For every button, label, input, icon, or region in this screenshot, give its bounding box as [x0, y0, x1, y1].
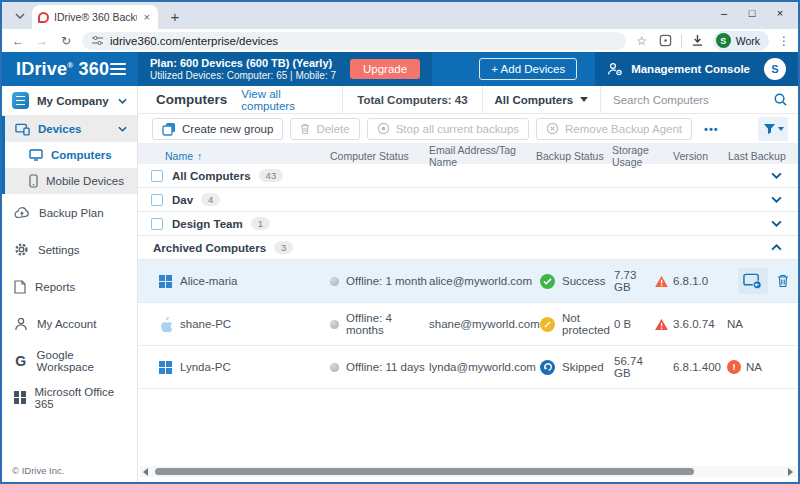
create-new-group-button[interactable]: Create new group	[152, 118, 283, 140]
search-input[interactable]	[613, 94, 767, 106]
profile-avatar: S	[716, 33, 731, 48]
table-header-row: Name↑ Computer Status Email Address/Tag …	[138, 144, 798, 164]
scrollbar-track[interactable]	[151, 467, 785, 476]
scope-dropdown[interactable]: All Computers	[483, 94, 601, 106]
group-row-dav[interactable]: Dav 4	[138, 188, 798, 212]
group-row-all-computers[interactable]: All Computers 43	[138, 164, 798, 188]
group-checkbox[interactable]	[151, 218, 163, 230]
group-checkbox[interactable]	[151, 170, 163, 182]
upgrade-button[interactable]: Upgrade	[350, 59, 420, 79]
extensions-icon[interactable]	[659, 34, 672, 47]
app-header: IDrive® 360 Plan: 600 Devices (600 TB) (…	[2, 52, 798, 86]
group-row-design-team[interactable]: Design Team 1	[138, 212, 798, 236]
address-bar[interactable]: idrive360.com/enterprise/devices	[82, 32, 626, 50]
idrive-logo: IDrive® 360	[16, 59, 109, 80]
refresh-icon[interactable]: ↻	[58, 34, 74, 48]
bookmark-star-icon[interactable]: ☆	[634, 34, 650, 48]
search-icon[interactable]	[773, 92, 788, 107]
tab-search-button[interactable]	[8, 6, 32, 26]
computer-icon	[29, 149, 43, 161]
skipped-status-icon	[540, 360, 555, 375]
logo-area: IDrive® 360	[2, 59, 138, 80]
column-header-computer-status[interactable]: Computer Status	[330, 150, 429, 162]
idrive-favicon-icon	[38, 12, 49, 23]
back-icon[interactable]: ←	[10, 34, 26, 48]
windows-os-icon	[159, 275, 172, 288]
sidebar-item-google-workspace[interactable]: G Google Workspace	[2, 342, 137, 379]
windows-os-icon	[159, 361, 172, 374]
url-text: idrive360.com/enterprise/devices	[110, 35, 278, 47]
scroll-left-arrow-icon[interactable]	[143, 468, 148, 476]
address-bar-row: ← → ↻ idrive360.com/enterprise/devices ☆…	[2, 29, 798, 52]
last-backup-alert-icon	[727, 360, 741, 374]
tab-title: IDrive® 360 Backup Console fo	[54, 11, 137, 23]
chevron-down-icon[interactable]	[771, 220, 782, 227]
devices-icon	[15, 123, 30, 136]
browser-tab[interactable]: IDrive® 360 Backup Console fo ×	[32, 5, 158, 29]
chevron-down-icon[interactable]	[771, 172, 782, 179]
mobile-icon	[29, 174, 38, 188]
scrollbar-thumb[interactable]	[155, 468, 694, 475]
forward-icon[interactable]: →	[34, 34, 50, 48]
group-row-archived-computers[interactable]: Archived Computers 3	[138, 236, 798, 260]
chevron-up-icon[interactable]	[771, 244, 782, 251]
sidebar-item-microsoft-office-365[interactable]: Microsoft Office 365	[2, 379, 137, 416]
not-protected-status-icon	[540, 317, 555, 332]
remove-backup-agent-button[interactable]: Remove Backup Agent	[536, 118, 692, 140]
download-icon[interactable]	[691, 34, 704, 47]
filter-button[interactable]	[758, 117, 788, 141]
browser-window: IDrive® 360 Backup Console fo × + – □ × …	[0, 0, 800, 484]
add-devices-button[interactable]: + Add Devices	[479, 58, 577, 80]
column-header-last-backup[interactable]: Last Backup	[721, 150, 798, 162]
sidebar-item-reports[interactable]: Reports	[2, 268, 137, 305]
sidebar-item-backup-plan[interactable]: Backup Plan	[2, 194, 137, 231]
window-controls: – □ ×	[710, 2, 794, 24]
minimize-button[interactable]: –	[710, 2, 738, 24]
browser-actions: ☆ S Work ⋮	[634, 31, 790, 51]
delete-button[interactable]: Delete	[290, 118, 359, 140]
site-info-icon[interactable]	[92, 36, 103, 45]
browser-menu-icon[interactable]: ⋮	[778, 34, 790, 48]
new-tab-button[interactable]: +	[164, 5, 186, 27]
scroll-right-arrow-icon[interactable]	[788, 468, 793, 476]
column-header-backup-status[interactable]: Backup Status	[536, 150, 612, 162]
hamburger-menu-icon[interactable]	[110, 60, 126, 78]
tab-close-icon[interactable]: ×	[142, 11, 152, 23]
horizontal-scrollbar[interactable]	[140, 466, 796, 477]
person-icon	[14, 317, 28, 331]
table-row-shane-pc[interactable]: shane-PC Offline: 4 months shane@myworld…	[138, 303, 798, 346]
plan-line2: Utilized Devices: Computer: 65 | Mobile:…	[150, 70, 336, 82]
management-console-button[interactable]: Management Console S	[595, 52, 798, 86]
sidebar-item-mobile-devices[interactable]: Mobile Devices	[5, 168, 137, 194]
delete-row-icon[interactable]	[777, 274, 789, 288]
restore-data-icon[interactable]	[738, 268, 768, 294]
content-area: Computers View all computers Total Compu…	[138, 86, 798, 482]
google-g-icon: G	[14, 353, 28, 369]
sidebar-item-my-account[interactable]: My Account	[2, 305, 137, 342]
view-all-computers-link[interactable]: View all computers	[227, 88, 342, 112]
column-header-version[interactable]: Version	[654, 150, 721, 162]
sidebar-item-devices[interactable]: Devices	[5, 116, 137, 142]
offline-status-icon	[330, 320, 339, 329]
chevron-down-icon	[118, 98, 127, 104]
chevron-down-icon	[778, 127, 784, 131]
chevron-down-icon[interactable]	[771, 196, 782, 203]
company-selector[interactable]: My Company	[2, 86, 137, 116]
offline-status-icon	[330, 277, 339, 286]
table-row-lynda-pc[interactable]: Lynda-PC Offline: 11 days lynda@myworld.…	[138, 346, 798, 389]
sidebar-item-computers[interactable]: Computers	[5, 142, 137, 168]
column-header-name[interactable]: Name↑	[138, 150, 330, 162]
divider	[681, 34, 682, 48]
more-actions-button[interactable]: •••	[699, 123, 724, 135]
close-button[interactable]: ×	[766, 2, 794, 24]
group-checkbox[interactable]	[151, 194, 163, 206]
account-avatar[interactable]: S	[764, 58, 786, 80]
browser-profile-button[interactable]: S Work	[713, 31, 769, 51]
search-area	[601, 92, 798, 107]
maximize-button[interactable]: □	[738, 2, 766, 24]
stop-backups-button[interactable]: Stop all current backups	[367, 118, 529, 140]
toolbar: Create new group Delete Stop all current…	[138, 114, 798, 144]
sidebar-item-settings[interactable]: Settings	[2, 231, 137, 268]
total-computers-count: Total Computers: 43	[343, 94, 481, 106]
table-row-alice-maria[interactable]: Alice-maria Offline: 1 month alice@mywor…	[138, 260, 798, 303]
